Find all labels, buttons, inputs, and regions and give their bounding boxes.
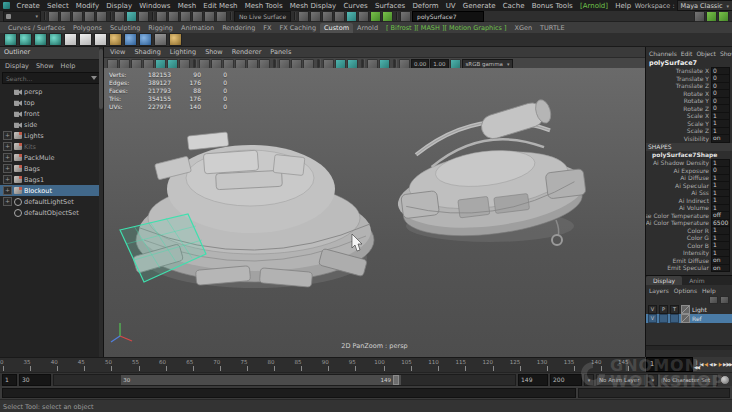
channel-box-menu-item[interactable]: Edit: [681, 50, 693, 57]
modeling-toolkit-toggle-icon[interactable]: [694, 11, 705, 22]
range-slider-handle[interactable]: 30 149: [121, 375, 401, 385]
screen-space-ao-icon[interactable]: [259, 59, 270, 69]
select-object-icon[interactable]: [126, 11, 137, 22]
two-pane-layout-icon[interactable]: [400, 11, 411, 22]
channel-value-field[interactable]: on: [711, 264, 730, 273]
layer-playback-toggle[interactable]: P: [659, 305, 668, 314]
layer-color-swatch[interactable]: [681, 314, 690, 323]
view-transform-dropdown[interactable]: sRGB gamma ▾: [462, 59, 514, 69]
select-camera-icon[interactable]: [107, 59, 118, 69]
expand-toggle[interactable]: +: [3, 175, 12, 184]
playback-start-field[interactable]: 30: [19, 374, 51, 386]
uv-grid-icon[interactable]: [154, 33, 167, 46]
go-to-end-button[interactable]: ▶▶|: [727, 362, 732, 367]
maya-app-icon[interactable]: [3, 2, 10, 9]
command-line-input[interactable]: [2, 388, 576, 398]
sphere-projection-icon[interactable]: [124, 33, 137, 46]
outliner-item[interactable]: + front: [0, 108, 103, 119]
motion-blur-icon[interactable]: [279, 59, 290, 69]
menu-item[interactable]: UV: [442, 2, 459, 10]
filter-icon[interactable]: [91, 76, 97, 80]
channel-box-menu-item[interactable]: Object: [696, 50, 716, 57]
channel-label[interactable]: Rotate X: [683, 90, 709, 97]
range-slider-track[interactable]: 30 149: [53, 374, 516, 386]
auto-keyframe-toggle-icon[interactable]: [720, 375, 730, 385]
shelf-tab[interactable]: Curves / Surfaces: [4, 23, 69, 33]
shelf-tab[interactable]: Rendering: [218, 23, 259, 33]
channel-label[interactable]: Ai Indirect: [679, 197, 709, 204]
gear-icon[interactable]: [399, 59, 410, 69]
shelf-tab[interactable]: Rigging: [144, 23, 177, 33]
xray-joints-icon[interactable]: [347, 59, 358, 69]
time-slider[interactable]: 30 35 40 45 50 55 60 65 70 75 80 85: [0, 357, 645, 372]
exposure-field[interactable]: 0.00: [411, 59, 429, 69]
expand-toggle[interactable]: +: [3, 142, 12, 151]
shelf-tab[interactable]: XGen: [511, 23, 537, 33]
outliner-item[interactable]: + side: [0, 119, 103, 130]
channel-label[interactable]: Intensity: [683, 249, 709, 256]
channel-label[interactable]: Ai Sss: [691, 189, 709, 196]
bend-deformer-icon[interactable]: [139, 33, 152, 46]
outliner-item[interactable]: + persp: [0, 86, 103, 97]
outliner-scrollbar[interactable]: [99, 47, 103, 357]
viewport-menu-item[interactable]: Panels: [270, 48, 291, 56]
bezier-curve-tool-icon[interactable]: [19, 33, 32, 46]
zoom-tool-icon[interactable]: [143, 59, 154, 69]
outliner-item[interactable]: + Lights: [0, 130, 103, 141]
save-scene-icon[interactable]: [72, 11, 83, 22]
channel-label[interactable]: Rotate Z: [683, 105, 709, 112]
menu-item[interactable]: Cache: [499, 2, 528, 10]
channel-label[interactable]: Ai Shadow Density: [653, 159, 709, 166]
menu-item[interactable]: Bonus Tools: [528, 2, 576, 10]
move-layer-up-icon[interactable]: [709, 296, 718, 304]
layer-visibility-toggle[interactable]: V: [648, 314, 657, 323]
undo-icon[interactable]: [84, 11, 95, 22]
expand-toggle[interactable]: +: [3, 186, 12, 195]
center-pivot-icon[interactable]: [109, 33, 122, 46]
outliner-item[interactable]: + Blockout: [0, 185, 103, 196]
animation-end-field[interactable]: 200: [550, 374, 582, 386]
outliner-item[interactable]: + Kits: [0, 141, 103, 152]
viewport-canvas[interactable]: Verts:182153 900 Edges:389127 1760 Faces…: [104, 68, 645, 357]
channel-label[interactable]: Scale Z: [687, 127, 709, 134]
channel-label[interactable]: Ai Color Temperature: [646, 219, 709, 226]
snap-to-projected-center-icon[interactable]: [192, 11, 203, 22]
new-scene-icon[interactable]: [48, 11, 59, 22]
expand-toggle[interactable]: +: [3, 153, 12, 162]
attribute-editor-toggle-icon[interactable]: [706, 11, 717, 22]
layer-visibility-toggle[interactable]: V: [648, 305, 657, 314]
snap-to-curves-icon[interactable]: [168, 11, 179, 22]
outliner-item[interactable]: + defaultObjectSet: [0, 207, 103, 218]
outliner-item[interactable]: + Bags1: [0, 174, 103, 185]
outliner-item[interactable]: + PackMule: [0, 152, 103, 163]
channel-label[interactable]: Ai Diffuse: [680, 174, 709, 181]
character-set-dropdown-caret[interactable]: ▾: [648, 374, 658, 386]
channel-box-menu-item[interactable]: Show: [720, 50, 732, 57]
selection-mask-dropdown[interactable]: ▾: [3, 11, 41, 22]
channel-box-menu-item[interactable]: Channels: [649, 50, 677, 57]
layer-row[interactable]: V P T Light: [646, 305, 732, 314]
layer-editor-menu-item[interactable]: Help: [702, 287, 716, 294]
menu-item[interactable]: Create: [13, 2, 43, 10]
make-live-icon[interactable]: [216, 11, 227, 22]
channel-label[interactable]: Rotate Y: [684, 97, 709, 104]
menu-item[interactable]: Curves: [340, 2, 372, 10]
outliner-menu-item[interactable]: Display: [5, 62, 29, 70]
menu-item[interactable]: Surfaces: [371, 2, 409, 10]
workspace-selector[interactable]: Maya Classic ▾: [677, 0, 732, 11]
expand-toggle[interactable]: +: [3, 197, 12, 206]
color-management-icon[interactable]: [450, 59, 461, 69]
snap-to-grids-icon[interactable]: [156, 11, 167, 22]
shadows-icon[interactable]: [247, 59, 258, 69]
redo-icon[interactable]: [96, 11, 107, 22]
menu-item[interactable]: Deform: [409, 2, 442, 10]
viewport-menu-item[interactable]: Shading: [134, 48, 160, 56]
dolly-tool-icon[interactable]: [131, 59, 142, 69]
channel-label[interactable]: Color B: [687, 242, 709, 249]
shelf-tab[interactable]: Polygons: [69, 23, 106, 33]
use-all-lights-icon[interactable]: [235, 59, 246, 69]
two-d-pan-zoom-icon[interactable]: [167, 59, 178, 69]
xray-icon[interactable]: [335, 59, 346, 69]
pencil-curve-tool-icon[interactable]: [34, 33, 47, 46]
anim-layer-dropdown-caret[interactable]: ▾: [584, 374, 594, 386]
